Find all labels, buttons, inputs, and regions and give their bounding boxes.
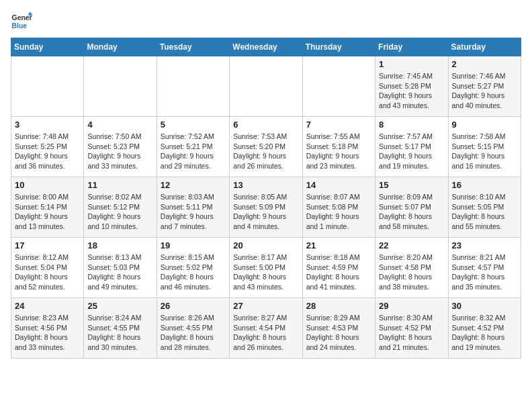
day-cell — [84, 56, 157, 117]
day-cell: 12Sunrise: 8:03 AM Sunset: 5:11 PM Dayli… — [157, 177, 229, 238]
day-info: Sunrise: 8:07 AM Sunset: 5:08 PM Dayligh… — [306, 192, 371, 232]
day-number: 5 — [161, 120, 226, 130]
day-number: 18 — [87, 240, 152, 250]
day-info: Sunrise: 7:57 AM Sunset: 5:17 PM Dayligh… — [379, 132, 444, 171]
day-cell: 8Sunrise: 7:57 AM Sunset: 5:17 PM Daylig… — [375, 117, 448, 177]
day-header-thursday: Thursday — [302, 38, 375, 56]
day-number: 15 — [379, 180, 444, 190]
day-info: Sunrise: 7:52 AM Sunset: 5:21 PM Dayligh… — [161, 132, 226, 171]
day-cell: 20Sunrise: 8:17 AM Sunset: 5:00 PM Dayli… — [230, 238, 302, 298]
day-number: 16 — [452, 180, 517, 190]
day-cell: 7Sunrise: 7:55 AM Sunset: 5:18 PM Daylig… — [302, 117, 375, 177]
day-cell: 15Sunrise: 8:09 AM Sunset: 5:07 PM Dayli… — [375, 177, 448, 238]
logo-icon: General Blue — [11, 11, 32, 32]
day-info: Sunrise: 8:29 AM Sunset: 4:53 PM Dayligh… — [306, 313, 371, 353]
day-number: 12 — [161, 180, 226, 190]
day-cell: 11Sunrise: 8:02 AM Sunset: 5:12 PM Dayli… — [84, 177, 157, 238]
day-cell: 22Sunrise: 8:20 AM Sunset: 4:58 PM Dayli… — [375, 238, 448, 298]
day-info: Sunrise: 8:32 AM Sunset: 4:52 PM Dayligh… — [452, 313, 517, 353]
day-info: Sunrise: 8:05 AM Sunset: 5:09 PM Dayligh… — [233, 192, 298, 232]
day-number: 21 — [306, 240, 371, 250]
day-cell: 1Sunrise: 7:45 AM Sunset: 5:28 PM Daylig… — [375, 56, 448, 117]
day-number: 27 — [233, 301, 298, 311]
day-info: Sunrise: 8:21 AM Sunset: 4:57 PM Dayligh… — [452, 253, 517, 292]
day-info: Sunrise: 8:27 AM Sunset: 4:54 PM Dayligh… — [233, 313, 298, 353]
day-number: 29 — [379, 301, 444, 311]
day-info: Sunrise: 8:09 AM Sunset: 5:07 PM Dayligh… — [379, 192, 444, 232]
day-info: Sunrise: 7:58 AM Sunset: 5:15 PM Dayligh… — [452, 132, 517, 171]
day-cell: 24Sunrise: 8:23 AM Sunset: 4:56 PM Dayli… — [11, 298, 84, 359]
day-cell: 18Sunrise: 8:13 AM Sunset: 5:03 PM Dayli… — [84, 238, 157, 298]
day-cell: 5Sunrise: 7:52 AM Sunset: 5:21 PM Daylig… — [157, 117, 229, 177]
day-cell: 16Sunrise: 8:10 AM Sunset: 5:05 PM Dayli… — [448, 177, 521, 238]
day-header-sunday: Sunday — [11, 38, 84, 56]
day-info: Sunrise: 7:53 AM Sunset: 5:20 PM Dayligh… — [233, 132, 298, 171]
week-row-3: 10Sunrise: 8:00 AM Sunset: 5:14 PM Dayli… — [11, 177, 521, 238]
day-number: 4 — [87, 120, 152, 130]
day-number: 11 — [87, 180, 152, 190]
week-row-1: 1Sunrise: 7:45 AM Sunset: 5:28 PM Daylig… — [11, 56, 521, 117]
day-number: 13 — [233, 180, 298, 190]
day-info: Sunrise: 7:45 AM Sunset: 5:28 PM Dayligh… — [379, 71, 444, 111]
svg-text:General: General — [12, 14, 32, 21]
day-info: Sunrise: 8:26 AM Sunset: 4:55 PM Dayligh… — [161, 313, 226, 353]
calendar-table: SundayMondayTuesdayWednesdayThursdayFrid… — [11, 38, 521, 359]
day-cell: 21Sunrise: 8:18 AM Sunset: 4:59 PM Dayli… — [302, 238, 375, 298]
day-info: Sunrise: 8:15 AM Sunset: 5:02 PM Dayligh… — [161, 253, 226, 292]
day-cell: 10Sunrise: 8:00 AM Sunset: 5:14 PM Dayli… — [11, 177, 84, 238]
day-info: Sunrise: 8:13 AM Sunset: 5:03 PM Dayligh… — [87, 253, 152, 292]
day-info: Sunrise: 7:50 AM Sunset: 5:23 PM Dayligh… — [87, 132, 152, 171]
day-number: 1 — [379, 59, 444, 69]
day-cell: 19Sunrise: 8:15 AM Sunset: 5:02 PM Dayli… — [157, 238, 229, 298]
day-number: 8 — [379, 120, 444, 130]
day-number: 6 — [233, 120, 298, 130]
day-number: 3 — [15, 120, 80, 130]
day-info: Sunrise: 8:18 AM Sunset: 4:59 PM Dayligh… — [306, 253, 371, 292]
day-number: 17 — [15, 240, 80, 250]
day-info: Sunrise: 7:46 AM Sunset: 5:27 PM Dayligh… — [452, 71, 517, 111]
day-number: 28 — [306, 301, 371, 311]
day-cell: 4Sunrise: 7:50 AM Sunset: 5:23 PM Daylig… — [84, 117, 157, 177]
day-cell: 23Sunrise: 8:21 AM Sunset: 4:57 PM Dayli… — [448, 238, 521, 298]
day-number: 22 — [379, 240, 444, 250]
day-cell: 13Sunrise: 8:05 AM Sunset: 5:09 PM Dayli… — [230, 177, 302, 238]
day-cell: 26Sunrise: 8:26 AM Sunset: 4:55 PM Dayli… — [157, 298, 229, 359]
day-header-friday: Friday — [375, 38, 448, 56]
day-number: 14 — [306, 180, 371, 190]
day-info: Sunrise: 8:20 AM Sunset: 4:58 PM Dayligh… — [379, 253, 444, 292]
day-header-saturday: Saturday — [448, 38, 521, 56]
day-info: Sunrise: 8:12 AM Sunset: 5:04 PM Dayligh… — [15, 253, 80, 292]
day-cell — [230, 56, 302, 117]
day-cell: 17Sunrise: 8:12 AM Sunset: 5:04 PM Dayli… — [11, 238, 84, 298]
day-cell: 25Sunrise: 8:24 AM Sunset: 4:55 PM Dayli… — [84, 298, 157, 359]
day-info: Sunrise: 8:02 AM Sunset: 5:12 PM Dayligh… — [87, 192, 152, 232]
day-cell: 6Sunrise: 7:53 AM Sunset: 5:20 PM Daylig… — [230, 117, 302, 177]
header-row: SundayMondayTuesdayWednesdayThursdayFrid… — [11, 38, 521, 56]
day-info: Sunrise: 8:30 AM Sunset: 4:52 PM Dayligh… — [379, 313, 444, 353]
day-info: Sunrise: 8:17 AM Sunset: 5:00 PM Dayligh… — [233, 253, 298, 292]
logo: General Blue — [11, 11, 32, 32]
svg-text:Blue: Blue — [12, 22, 28, 30]
day-number: 9 — [452, 120, 517, 130]
day-number: 10 — [15, 180, 80, 190]
day-header-tuesday: Tuesday — [157, 38, 229, 56]
day-number: 2 — [452, 59, 517, 69]
week-row-4: 17Sunrise: 8:12 AM Sunset: 5:04 PM Dayli… — [11, 238, 521, 298]
day-cell — [11, 56, 84, 117]
day-header-monday: Monday — [84, 38, 157, 56]
day-cell: 14Sunrise: 8:07 AM Sunset: 5:08 PM Dayli… — [302, 177, 375, 238]
day-info: Sunrise: 8:23 AM Sunset: 4:56 PM Dayligh… — [15, 313, 80, 353]
week-row-2: 3Sunrise: 7:48 AM Sunset: 5:25 PM Daylig… — [11, 117, 521, 177]
day-cell — [302, 56, 375, 117]
day-header-wednesday: Wednesday — [230, 38, 302, 56]
day-number: 25 — [87, 301, 152, 311]
day-cell: 27Sunrise: 8:27 AM Sunset: 4:54 PM Dayli… — [230, 298, 302, 359]
day-cell: 3Sunrise: 7:48 AM Sunset: 5:25 PM Daylig… — [11, 117, 84, 177]
day-number: 30 — [452, 301, 517, 311]
day-number: 26 — [161, 301, 226, 311]
day-info: Sunrise: 7:55 AM Sunset: 5:18 PM Dayligh… — [306, 132, 371, 171]
day-number: 20 — [233, 240, 298, 250]
day-cell — [157, 56, 229, 117]
day-info: Sunrise: 8:00 AM Sunset: 5:14 PM Dayligh… — [15, 192, 80, 232]
day-cell: 30Sunrise: 8:32 AM Sunset: 4:52 PM Dayli… — [448, 298, 521, 359]
